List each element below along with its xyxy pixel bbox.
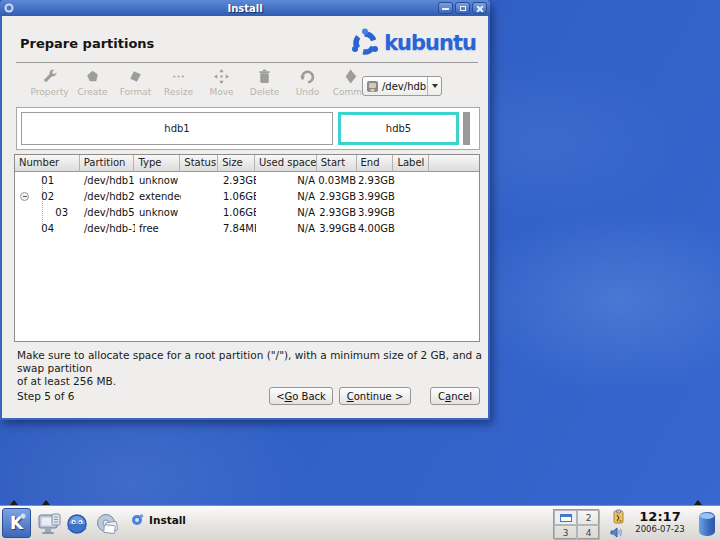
- device-selector[interactable]: /dev/hdb: [362, 76, 442, 96]
- resize-icon: [170, 68, 187, 85]
- pager-desktop-2[interactable]: 2: [577, 510, 600, 525]
- partition-segment-hdb1[interactable]: hdb1: [21, 112, 333, 145]
- mini-window-icon: [560, 514, 572, 522]
- column-header-start[interactable]: Start: [317, 155, 357, 172]
- gear-icon: [20, 513, 26, 519]
- column-header-end[interactable]: End: [357, 155, 394, 172]
- disk-icon: [366, 80, 379, 93]
- wrench-icon: [41, 68, 58, 85]
- cancel-button[interactable]: Cancel: [430, 387, 480, 405]
- column-header-status[interactable]: Status: [180, 155, 218, 172]
- chevron-down-icon: [432, 84, 438, 88]
- kubuntu-logo-icon: [350, 28, 380, 58]
- commit-icon: [342, 68, 359, 85]
- volume-icon[interactable]: [609, 525, 624, 540]
- trash-icon: [256, 68, 273, 85]
- pager-desktop-4[interactable]: 4: [577, 525, 600, 540]
- clock-time: 12:17: [628, 510, 692, 524]
- maximize-button[interactable]: [455, 2, 470, 14]
- continue-button[interactable]: Continue >: [339, 387, 411, 405]
- desktop-pager: 2 3 4: [553, 509, 599, 539]
- window-title: Install: [0, 3, 490, 14]
- konqueror-icon[interactable]: [64, 511, 90, 537]
- taskbar-task-install[interactable]: Install: [130, 513, 186, 527]
- partition-table: Number Partition Type Status Size Used s…: [14, 154, 480, 342]
- system-package-icon[interactable]: [94, 511, 120, 537]
- table-row[interactable]: 02 /dev/hdb2 extended 1.06GB N/A 2.93GB …: [15, 188, 479, 204]
- taskbar-clock[interactable]: 12:17 2006-07-23: [628, 510, 692, 535]
- create-button[interactable]: Create: [71, 68, 114, 97]
- clock-date: 2006-07-23: [628, 524, 692, 535]
- install-window: Install Prepare partitions kubuntu Prope…: [0, 0, 490, 420]
- kubuntu-logo: kubuntu: [350, 28, 476, 58]
- device-selector-arrow[interactable]: [427, 77, 441, 95]
- minimize-button[interactable]: [438, 2, 453, 14]
- go-back-button[interactable]: < Go Back: [269, 387, 333, 405]
- device-popup-arrow-icon: [694, 500, 702, 505]
- partition-segment-hdb5-selected[interactable]: hdb5: [338, 112, 459, 145]
- task-label: Install: [149, 514, 186, 526]
- delete-button[interactable]: Delete: [243, 68, 286, 97]
- desktop: Install Prepare partitions kubuntu Prope…: [0, 0, 720, 540]
- show-desktop-icon[interactable]: [36, 511, 62, 537]
- property-button[interactable]: Property: [28, 68, 71, 97]
- kubuntu-wordmark: kubuntu: [384, 31, 476, 55]
- column-header-used-space[interactable]: Used space: [255, 155, 317, 172]
- taskbar: K: [0, 505, 720, 540]
- format-icon: [127, 68, 144, 85]
- window-titlebar[interactable]: Install: [0, 0, 490, 16]
- column-header-size[interactable]: Size: [218, 155, 255, 172]
- resize-button[interactable]: Resize: [157, 68, 200, 97]
- move-icon: [213, 68, 230, 85]
- close-button[interactable]: [472, 2, 487, 14]
- k-menu-button[interactable]: K: [2, 508, 31, 538]
- pager-desktop-3[interactable]: 3: [554, 525, 577, 540]
- column-header-partition[interactable]: Partition: [80, 155, 135, 172]
- column-header-type[interactable]: Type: [134, 155, 180, 172]
- format-button[interactable]: Format: [114, 68, 157, 97]
- step-indicator: Step 5 of 6: [17, 390, 74, 402]
- table-header: Number Partition Type Status Size Used s…: [15, 155, 479, 172]
- device-selector-value: /dev/hdb: [382, 81, 427, 92]
- header-divider: [16, 62, 478, 63]
- table-row[interactable]: 03 /dev/hdb5 unknow 1.06GB N/A 2.93GB 3.…: [15, 204, 479, 220]
- column-header-number[interactable]: Number: [15, 155, 80, 172]
- partition-segment-free[interactable]: [463, 112, 470, 145]
- kmenu-popup-arrow-icon: [10, 500, 18, 505]
- popup-arrow-icon: [42, 500, 50, 505]
- create-partition-icon: [84, 68, 101, 85]
- table-row[interactable]: 04 /dev/hdb-1 free 7.84MB N/A 3.99GB 4.0…: [15, 220, 479, 236]
- table-row[interactable]: 01 /dev/hdb1 unknow 2.93GB N/A 0.03MB 2.…: [15, 172, 479, 188]
- page-title: Prepare partitions: [20, 36, 154, 51]
- pager-desktop-1[interactable]: [554, 510, 577, 525]
- klipper-icon[interactable]: [611, 509, 626, 524]
- column-header-label[interactable]: Label: [393, 155, 429, 172]
- tree-expander-icon[interactable]: [20, 192, 29, 201]
- undo-button[interactable]: Undo: [286, 68, 329, 97]
- storage-device-icon[interactable]: [699, 512, 715, 536]
- toolbar: Property Create Format Resize Move Delet…: [28, 68, 372, 97]
- move-button[interactable]: Move: [200, 68, 243, 97]
- hint-text: Make sure to allocate space for a root p…: [17, 349, 488, 388]
- undo-icon: [299, 68, 316, 85]
- column-header-filler: [429, 155, 479, 172]
- partition-bar: hdb1 hdb5: [16, 107, 480, 150]
- install-task-icon: [130, 513, 144, 527]
